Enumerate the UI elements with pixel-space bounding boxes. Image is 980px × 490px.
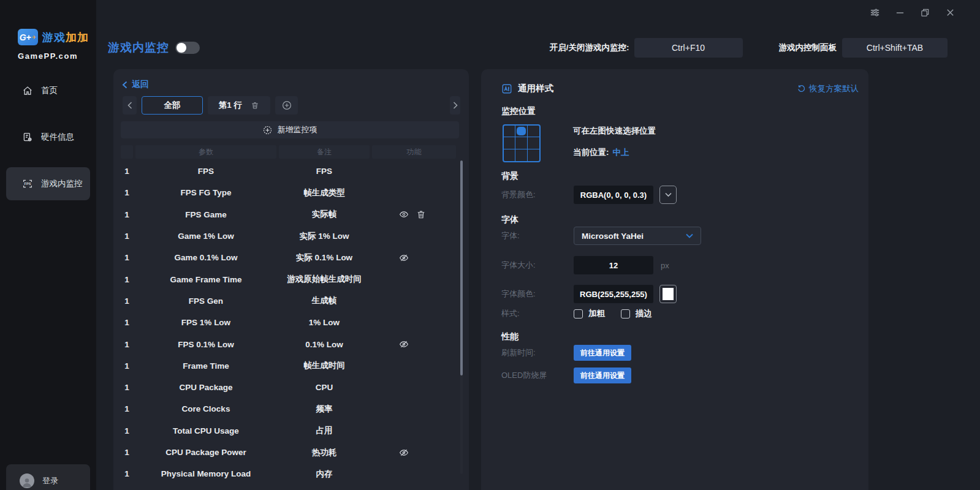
bold-checkbox[interactable]: 加粗 xyxy=(574,308,605,319)
table-row[interactable]: 1 Physical Memory Load 内存 xyxy=(121,463,464,484)
home-icon xyxy=(22,85,33,96)
header-index xyxy=(121,145,133,159)
sidebar-item-ingame-monitor[interactable]: FPS 游戏内监控 xyxy=(6,167,90,200)
trash-icon[interactable] xyxy=(416,209,426,219)
table-row[interactable]: 1 Total CPU Usage 占用 xyxy=(121,420,464,442)
hotkey-toggle-button[interactable]: Ctrl+F10 xyxy=(634,38,743,58)
bg-color-label: 背景颜色: xyxy=(501,189,574,200)
hardware-info-icon xyxy=(22,132,33,143)
ingame-monitor-toggle[interactable] xyxy=(175,42,200,54)
delete-tab-icon[interactable] xyxy=(251,101,259,110)
login-button[interactable]: 登录 xyxy=(6,464,90,490)
position-cell-1[interactable] xyxy=(515,126,527,137)
font-family-label: 字体: xyxy=(501,230,574,241)
hotkey-panel-button[interactable]: Ctrl+Shift+TAB xyxy=(842,38,948,58)
logo[interactable]: G+✈ 游戏加加 xyxy=(18,29,89,45)
position-cell-2[interactable] xyxy=(528,126,539,137)
restore-defaults-button[interactable]: 恢复方案默认 xyxy=(797,83,859,94)
table-row[interactable]: 1 FPS 1% Low 1% Low xyxy=(121,312,464,333)
row-note: 生成帧 xyxy=(279,295,370,306)
sidebar-item-hardware[interactable]: 硬件信息 xyxy=(6,121,90,154)
page-title: 游戏内监控 xyxy=(108,40,169,56)
table-row[interactable]: 1 FPS Gen 生成帧 xyxy=(121,290,464,312)
row-index: 1 xyxy=(121,318,133,327)
row-param: Frame Time xyxy=(135,361,276,371)
add-tab-button[interactable] xyxy=(275,96,298,115)
row-index: 1 xyxy=(121,404,133,413)
add-monitor-item-button[interactable]: 新增监控项 xyxy=(121,121,459,138)
position-grid[interactable] xyxy=(503,124,541,162)
position-cell-4[interactable] xyxy=(515,137,527,149)
tabs-scroll-left-button[interactable] xyxy=(123,96,137,115)
table-row[interactable]: 1 Frame Time 帧生成时间 xyxy=(121,355,464,377)
oled-label: OLED防烧屏 xyxy=(501,370,574,381)
position-cell-6[interactable] xyxy=(504,149,515,161)
style-settings-icon xyxy=(501,83,512,94)
position-cell-3[interactable] xyxy=(504,137,515,149)
font-color-label: 字体颜色: xyxy=(501,288,574,300)
tab-all[interactable]: 全部 xyxy=(142,96,203,115)
back-link[interactable]: 返回 xyxy=(122,79,149,90)
font-section-label: 字体 xyxy=(501,214,518,225)
font-color-input[interactable]: RGB(255,255,255) xyxy=(574,285,653,303)
eye-off-icon[interactable] xyxy=(399,339,409,349)
row-index: 1 xyxy=(121,275,133,284)
table-row[interactable]: 1 FPS 0.1% Low 0.1% Low xyxy=(121,333,464,355)
row-tabs: 全部 第1 行 xyxy=(123,96,460,115)
table-row[interactable]: 1 FPS FG Type 帧生成类型 xyxy=(121,182,464,203)
row-note: 实际帧 xyxy=(279,209,370,220)
table-row[interactable]: 1 Game 1% Low 实际 1% Low xyxy=(121,225,464,247)
bg-color-input[interactable]: RGBA(0, 0, 0, 0.3) xyxy=(574,186,653,204)
sidebar: G+✈ 游戏加加 GamePP.com 首页 硬件信息 FPS 游戏内监控 xyxy=(0,0,96,490)
row-param: Total CPU Usage xyxy=(135,426,276,435)
chevron-left-icon xyxy=(127,102,132,109)
sidebar-item-home[interactable]: 首页 xyxy=(6,74,90,107)
font-family-select[interactable]: Microsoft YaHei xyxy=(574,227,701,245)
eye-icon[interactable] xyxy=(399,209,409,219)
row-param: Physical Memory Load xyxy=(135,469,276,478)
chevron-down-icon xyxy=(686,233,693,238)
outline-checkbox[interactable]: 描边 xyxy=(621,308,652,319)
monitor-items-panel: 返回 全部 第1 行 xyxy=(113,69,469,490)
tabs-scroll-right-button[interactable] xyxy=(450,96,460,115)
restore-window-icon[interactable] xyxy=(919,7,930,18)
table-row[interactable]: 1 Game 0.1% Low 实际 0.1% Low xyxy=(121,247,464,268)
sidebar-item-label: 游戏内监控 xyxy=(41,178,83,189)
goto-general-settings-button[interactable]: 前往通用设置 xyxy=(574,345,631,361)
row-index: 1 xyxy=(121,469,133,478)
plus-circle-icon xyxy=(282,100,292,110)
brand-name: 游戏加加 xyxy=(42,30,89,45)
row-actions xyxy=(372,448,456,458)
position-cell-5[interactable] xyxy=(528,137,539,149)
eye-off-icon[interactable] xyxy=(399,448,409,458)
position-hint: 可在左图快速选择位置 xyxy=(573,126,656,137)
eye-off-icon[interactable] xyxy=(399,253,409,263)
table-row[interactable]: 1 FPS Game 实际帧 xyxy=(121,204,464,225)
bg-color-dropdown-button[interactable] xyxy=(659,186,677,204)
sidebar-item-label: 硬件信息 xyxy=(41,132,74,143)
tab-row-1[interactable]: 第1 行 xyxy=(208,96,270,115)
row-actions xyxy=(372,339,456,349)
position-cell-8[interactable] xyxy=(528,149,539,161)
table-row[interactable]: 1 CPU Package CPU xyxy=(121,377,464,398)
logo-spark-icon: ✈ xyxy=(32,34,37,40)
goto-general-settings-button[interactable]: 前往通用设置 xyxy=(574,368,631,383)
position-cell-7[interactable] xyxy=(515,149,527,161)
table-row[interactable]: 1 FPS FPS xyxy=(121,160,464,182)
table-row[interactable]: 1 Core Clocks 频率 xyxy=(121,398,464,420)
table-row[interactable]: 1 Game Frame Time 游戏原始帧生成时间 xyxy=(121,268,464,290)
table-header: 参数 备注 功能 xyxy=(121,145,456,159)
scrollbar-thumb[interactable] xyxy=(460,160,463,375)
row-index: 1 xyxy=(121,426,133,435)
minimize-icon[interactable] xyxy=(894,7,905,18)
font-size-input[interactable]: 12 xyxy=(574,256,653,274)
table-row[interactable]: 1 CPU Package Power 热功耗 xyxy=(121,442,464,463)
close-icon[interactable] xyxy=(944,7,955,18)
window-settings-icon[interactable] xyxy=(869,7,880,18)
font-color-swatch-button[interactable] xyxy=(659,285,677,303)
monitor-table-body: 1 FPS FPS 1 FPS FG Type 帧生成类型 1 FPS Game… xyxy=(121,160,464,484)
row-note: 帧生成类型 xyxy=(279,187,370,198)
position-cell-0[interactable] xyxy=(504,126,515,137)
row-index: 1 xyxy=(121,253,133,262)
row-note: 游戏原始帧生成时间 xyxy=(279,274,370,285)
